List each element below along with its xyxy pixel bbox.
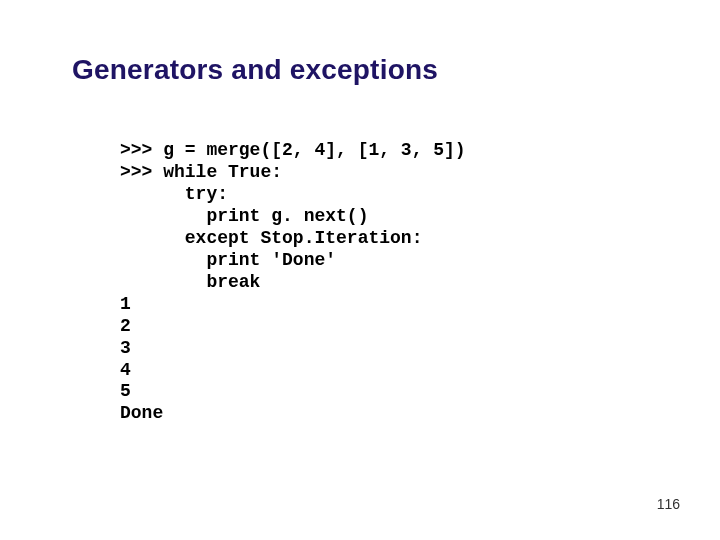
slide: Generators and exceptions >>> g = merge(… [0,0,720,540]
page-number: 116 [657,496,680,512]
code-block: >>> g = merge([2, 4], [1, 3, 5]) >>> whi… [120,140,466,425]
slide-title: Generators and exceptions [72,54,438,86]
